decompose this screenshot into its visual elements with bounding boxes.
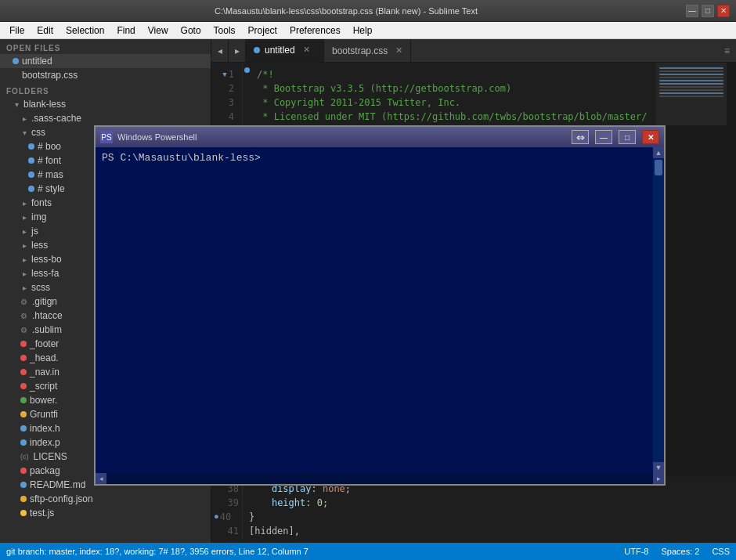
sftp-label: sftp-config.json: [30, 493, 93, 504]
close-button[interactable]: ✕: [717, 5, 730, 17]
ps-scroll-down[interactable]: ▼: [653, 462, 664, 473]
bower-dot: [20, 397, 27, 403]
open-files-label: OPEN FILES: [0, 39, 211, 54]
less-fa-arrow: [20, 269, 28, 278]
htaccess-label: .htacce: [32, 310, 63, 321]
sass-cache-arrow: [20, 114, 28, 123]
ps-minimize-button[interactable]: —: [595, 130, 612, 144]
menu-project[interactable]: Project: [242, 23, 283, 38]
tab-bootstrap[interactable]: bootstrap.css ✕: [324, 39, 411, 62]
ps-prompt: PS C:\Masaustu\blank-less>: [102, 152, 261, 164]
folders-label: FOLDERS: [0, 82, 211, 97]
git-status: git branch: master, index: 18?, working:…: [6, 547, 308, 556]
line-num-39: 39: [215, 496, 239, 510]
title-bar-buttons: — □ ✕: [686, 5, 730, 17]
minimap-content: [656, 63, 727, 477]
maximize-button[interactable]: □: [702, 5, 714, 17]
menu-help[interactable]: Help: [347, 23, 379, 38]
menu-goto[interactable]: Goto: [175, 23, 207, 38]
sass-cache-label: .sass-cache: [31, 113, 81, 124]
mas-dot: [28, 172, 34, 178]
sidebar-item-bootstrap-css[interactable]: bootstrap.css: [0, 68, 211, 82]
tab-nav-next[interactable]: ▸: [229, 39, 246, 62]
bottom-code-text: display: none; height: 0; } [hidden],: [243, 480, 736, 540]
sidebar-file-sftp[interactable]: sftp-config.json: [0, 492, 211, 506]
footer-label: _footer: [30, 338, 59, 349]
gitignore-label: .gitign: [32, 296, 57, 307]
style-label: # style: [38, 183, 65, 194]
tab-nav-prev[interactable]: ◂: [211, 39, 229, 62]
ps-scrollbar[interactable]: ▲ ▼: [653, 147, 664, 473]
menu-preferences[interactable]: Preferences: [283, 23, 347, 38]
less-fa-label: less-fa: [31, 268, 59, 279]
title-bar-text: C:\Masaustu\blank-less\css\bootstrap.css…: [6, 6, 686, 16]
menu-selection[interactable]: Selection: [60, 23, 110, 38]
ps-scroll-thumb[interactable]: [655, 160, 662, 175]
menu-find[interactable]: Find: [110, 23, 141, 38]
menu-edit[interactable]: Edit: [31, 23, 60, 38]
img-arrow: [20, 213, 28, 222]
mas-label: # mas: [38, 169, 63, 180]
untitled-label: untitled: [22, 56, 52, 67]
ps-hscroll-right[interactable]: ▸: [653, 473, 664, 484]
minimize-button[interactable]: —: [686, 5, 698, 17]
code-line-41: [hidden],: [249, 524, 730, 538]
package-dot: [20, 468, 27, 474]
sidebar-file-testjs[interactable]: test.js: [0, 506, 211, 520]
scripts-dot: [20, 383, 27, 389]
sidebar-folder-sass-cache[interactable]: .sass-cache: [0, 111, 211, 125]
blank-less-arrow: [13, 100, 20, 109]
line-num-4: 4: [215, 110, 239, 124]
tab-bootstrap-label: bootstrap.css: [332, 45, 388, 56]
tab-untitled[interactable]: untitled ✕: [246, 39, 324, 62]
ps-hscroll-left[interactable]: ◂: [96, 473, 106, 484]
menu-tools[interactable]: Tools: [207, 23, 242, 38]
testjs-label: test.js: [30, 508, 54, 518]
vertical-scrollbar[interactable]: [727, 63, 736, 477]
line-arrow-1: ▼: [222, 67, 226, 81]
ps-close-button[interactable]: ✕: [642, 130, 659, 144]
menu-view[interactable]: View: [142, 23, 175, 38]
sftp-dot: [20, 496, 27, 502]
footer-dot: [20, 341, 27, 347]
blank-less-label: blank-less: [23, 99, 66, 110]
ps-maximize-button[interactable]: □: [619, 130, 636, 144]
line-num-3: 3: [215, 96, 239, 110]
menu-file[interactable]: File: [3, 23, 31, 38]
code-line-39: height: 0;: [249, 496, 730, 510]
copyright-icon: (c): [20, 453, 29, 461]
line-num-40: ●40: [215, 510, 239, 524]
ps-swap-button[interactable]: ⇔: [572, 130, 589, 144]
indexh-dot: [20, 425, 27, 432]
code-line-40: }: [249, 510, 730, 524]
indexp-label: index.p: [30, 437, 60, 448]
tab-bar: ◂ ▸ untitled ✕ bootstrap.css ✕ ≡: [211, 39, 736, 63]
scripts-label: _script: [30, 381, 57, 392]
tab-untitled-close[interactable]: ✕: [303, 45, 310, 55]
ps-hscroll-track: [106, 473, 653, 484]
license-label: LICENS: [34, 451, 67, 462]
ps-hscrollbar[interactable]: ◂ ▸: [96, 473, 664, 484]
css-label: css: [31, 127, 45, 138]
nav-label: _nav.in: [30, 367, 60, 378]
boo-dot: [28, 143, 34, 150]
scss-arrow: [20, 284, 28, 292]
line-num-1: ▼ 1: [215, 67, 239, 81]
sidebar-folder-blank-less[interactable]: blank-less: [0, 97, 211, 111]
sidebar-item-untitled[interactable]: untitled: [0, 54, 211, 68]
font-dot: [28, 157, 34, 164]
line-num-41: 41: [215, 524, 239, 538]
tab-untitled-label: untitled: [265, 45, 295, 56]
code-line-1: /*!: [257, 67, 650, 81]
ps-terminal[interactable]: PS C:\Masaustu\blank-less>: [96, 147, 653, 473]
untitled-dot: [13, 58, 19, 64]
tab-bootstrap-close[interactable]: ✕: [395, 45, 402, 56]
ps-scroll-up[interactable]: ▲: [653, 147, 664, 158]
status-right: UTF-8 Spaces: 2 CSS: [624, 547, 730, 556]
status-bar: git branch: master, index: 18?, working:…: [0, 543, 736, 560]
boo-label: # boo: [38, 141, 61, 152]
code-bottom: 38 39 ●40 41 display: none; height: 0; }…: [211, 477, 736, 543]
tab-more-button[interactable]: ≡: [718, 39, 736, 62]
syntax-status: CSS: [712, 547, 730, 556]
gear-icon: ⚙: [20, 298, 27, 306]
